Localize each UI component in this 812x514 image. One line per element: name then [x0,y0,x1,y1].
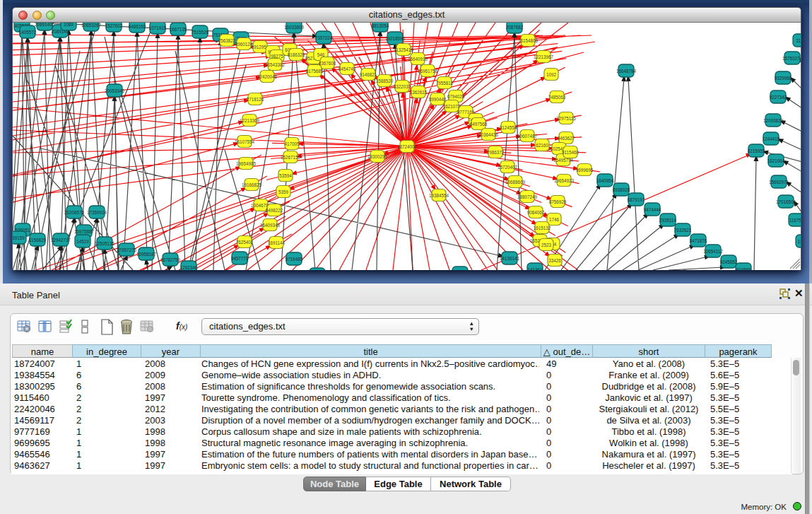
svg-text:16033809: 16033809 [284,25,305,30]
svg-text:12942737: 12942737 [51,238,71,243]
svg-text:10654112: 10654112 [703,249,723,254]
svg-text:14519: 14519 [76,239,89,244]
svg-text:3960124: 3960124 [235,42,253,47]
svg-text:9227342: 9227342 [770,95,787,100]
svg-text:15692971: 15692971 [769,180,789,185]
svg-text:19654985: 19654985 [236,161,257,166]
svg-text:9457771: 9457771 [231,256,249,261]
svg-text:141361: 141361 [527,267,543,271]
svg-text:1156829: 1156829 [29,238,47,243]
svg-text:1089: 1089 [64,23,74,27]
svg-text:9245652: 9245652 [720,259,738,264]
svg-text:546: 546 [317,52,325,57]
svg-text:53594: 53594 [279,173,292,178]
svg-text:12975115: 12975115 [556,116,576,121]
svg-text:9699695: 9699695 [576,168,594,173]
svg-text:7625402: 7625402 [236,240,254,245]
svg-text:9474444: 9474444 [644,207,661,212]
svg-text:10653267: 10653267 [81,23,102,28]
svg-text:12093822: 12093822 [763,118,784,123]
svg-text:19166825: 19166825 [242,182,262,187]
svg-text:9329966: 9329966 [775,76,792,81]
svg-text:6497568: 6497568 [470,122,488,127]
svg-text:20053346: 20053346 [105,88,125,93]
svg-text:417005: 417005 [284,141,300,146]
svg-text:33426: 33426 [548,258,561,263]
svg-text:19384554: 19384554 [429,193,449,198]
svg-text:16782759: 16782759 [160,257,181,262]
svg-text:1527602: 1527602 [105,23,123,28]
svg-text:8471876: 8471876 [690,238,707,243]
svg-text:16648784: 16648784 [616,69,637,74]
svg-text:1621072: 1621072 [443,104,461,109]
svg-text:15267150: 15267150 [281,155,301,160]
svg-text:1244415: 1244415 [763,136,780,141]
svg-text:18724007: 18724007 [397,144,418,149]
svg-text:5175685: 5175685 [306,69,324,74]
svg-text:924565: 924565 [736,267,751,271]
svg-text:1362615: 1362615 [410,90,428,95]
svg-text:1667135: 1667135 [170,27,187,32]
svg-text:22420046: 22420046 [257,74,278,79]
svg-text:8938928: 8938928 [613,187,630,192]
svg-text:17016504: 17016504 [776,199,796,204]
svg-text:98275: 98275 [271,54,283,59]
svg-text:17957275: 17957275 [117,247,137,252]
svg-text:1112: 1112 [796,38,801,43]
svg-text:9463627: 9463627 [558,136,575,141]
svg-text:39159: 39159 [13,235,25,240]
svg-text:2523: 2523 [541,243,552,247]
svg-text:15751074: 15751074 [782,56,801,61]
svg-text:15720407: 15720407 [498,165,518,170]
svg-text:1746: 1746 [549,217,560,222]
svg-text:18300295: 18300295 [367,154,388,159]
svg-text:10688609: 10688609 [505,180,526,185]
svg-text:62160: 62160 [536,143,548,148]
svg-text:10975887: 10975887 [74,229,95,234]
svg-text:10958187: 10958187 [136,252,157,257]
svg-text:5359: 5359 [278,189,289,194]
svg-text:16154808: 16154808 [518,38,539,43]
svg-text:17359924: 17359924 [87,210,107,215]
svg-text:9115460: 9115460 [562,150,579,155]
svg-text:7986372: 7986372 [487,150,505,155]
svg-text:16640910: 16640910 [408,57,428,62]
svg-text:2087682: 2087682 [506,25,524,30]
svg-text:8813054: 8813054 [372,23,389,28]
svg-text:9084067: 9084067 [527,210,545,215]
svg-text:12505135: 12505135 [95,241,115,246]
svg-text:19218596: 19218596 [385,36,406,41]
svg-text:10607487: 10607487 [517,134,538,139]
svg-text:1615132: 1615132 [534,226,551,230]
svg-text:19654923: 19654923 [554,178,575,183]
svg-text:1292346: 1292346 [180,265,198,270]
svg-text:5716485: 5716485 [286,257,303,262]
svg-text:8454749: 8454749 [339,66,356,71]
svg-text:1588520: 1588520 [376,78,394,83]
svg-text:1405572: 1405572 [19,30,37,35]
svg-text:7563822: 7563822 [218,38,236,43]
svg-text:8322037: 8322037 [394,84,411,89]
svg-text:16409348: 16409348 [260,223,281,228]
svg-text:8498222: 8498222 [266,208,283,213]
svg-text:1071915: 1071915 [149,25,167,30]
svg-text:16107554: 16107554 [235,139,255,144]
svg-text:7357224: 7357224 [315,35,333,40]
svg-text:1691144: 1691144 [268,240,286,245]
svg-text:3124554: 3124554 [500,125,517,130]
svg-text:20206576: 20206576 [64,210,85,215]
svg-text:2367608: 2367608 [319,61,336,66]
svg-text:2935114: 2935114 [659,218,677,223]
svg-text:7485063: 7485063 [548,95,566,100]
svg-text:8186328: 8186328 [288,52,305,57]
svg-text:7955812: 7955812 [436,81,454,86]
svg-text:6794028: 6794028 [447,94,465,99]
svg-text:12213967: 12213967 [534,54,554,59]
svg-text:8990448: 8990448 [429,97,447,102]
svg-text:18807249: 18807249 [517,194,538,199]
svg-text:20364436: 20364436 [478,132,499,137]
svg-text:12213369: 12213369 [240,118,260,123]
svg-text:11325419: 11325419 [394,47,413,52]
svg-text:6466160: 6466160 [129,24,146,29]
svg-text:16961758: 16961758 [418,69,438,74]
